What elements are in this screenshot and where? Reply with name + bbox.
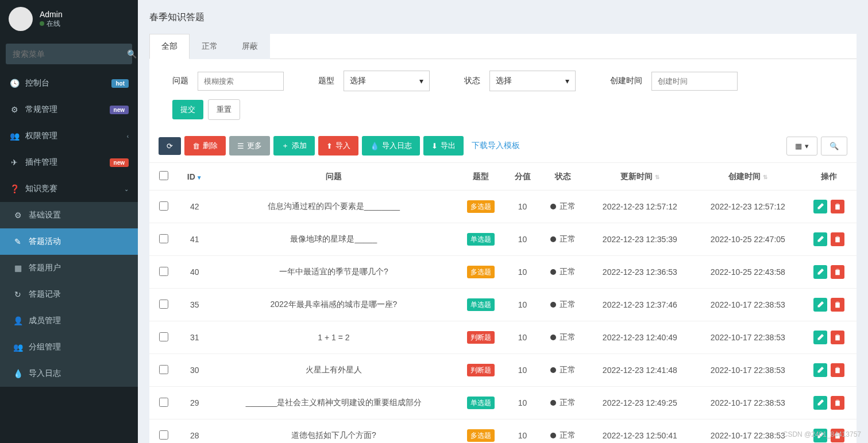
cell-id: 42 (178, 191, 211, 223)
columns-button[interactable]: ▦ ▾ (786, 137, 817, 156)
question-input[interactable] (198, 72, 284, 91)
avatar[interactable] (9, 7, 33, 31)
submit-button[interactable]: 提交 (172, 100, 203, 119)
row-checkbox[interactable] (159, 267, 168, 276)
row-checkbox[interactable] (159, 201, 168, 211)
nav-quiz-users[interactable]: ▦答题用户 (0, 255, 138, 281)
add-button[interactable]: ＋添加 (273, 136, 315, 156)
status-cell[interactable]: 正常 (550, 234, 576, 244)
delete-row-button[interactable] (831, 396, 844, 410)
caret-down-icon: ▾ (805, 142, 809, 150)
gears-icon: ⚙ (9, 105, 20, 114)
edit-button[interactable] (813, 232, 827, 246)
download-icon: ⬇ (431, 142, 438, 150)
nav-import-log[interactable]: 💧导入日志 (0, 360, 138, 387)
nav-plugin[interactable]: ✈插件管理new (0, 149, 138, 176)
edit-button[interactable] (813, 200, 827, 213)
cell-create: 2022-10-25 22:43:58 (694, 256, 802, 289)
status-cell[interactable]: 正常 (550, 430, 576, 441)
row-checkbox[interactable] (159, 430, 168, 440)
type-label: 题型 (318, 76, 334, 86)
delete-row-button[interactable] (831, 200, 844, 213)
nav-quiz[interactable]: ❓知识竞赛⌄ (0, 176, 138, 202)
tab-normal[interactable]: 正常 (190, 34, 230, 59)
sidebar: Admin 在线 🔍 🕓控制台hot ⚙常规管理new 👥权限管理‹ ✈插件管理… (0, 0, 138, 443)
edit-button[interactable] (813, 363, 827, 377)
type-tag: 单选题 (467, 397, 495, 409)
status-cell[interactable]: 正常 (550, 267, 576, 277)
filter-create-time: 创建时间 (610, 72, 738, 91)
more-button[interactable]: ☰更多 (229, 136, 270, 156)
download-template-link[interactable]: 下载导入模板 (467, 141, 524, 151)
import-log-button[interactable]: 💧导入日志 (362, 136, 420, 156)
cell-update: 2022-12-23 12:57:12 (586, 191, 694, 223)
online-dot-icon (40, 21, 44, 26)
export-button[interactable]: ⬇导出 (423, 136, 464, 156)
row-checkbox[interactable] (159, 300, 168, 309)
menu-search-input[interactable] (6, 44, 120, 64)
tab-all[interactable]: 全部 (149, 34, 190, 59)
col-id[interactable]: ID▼ (178, 163, 211, 191)
status-select[interactable]: 选择▾ (489, 71, 576, 91)
refresh-button[interactable]: ⟳ (159, 137, 181, 155)
cell-update: 2022-12-23 12:35:39 (586, 223, 694, 256)
reset-button[interactable]: 重置 (208, 99, 240, 120)
cell-score: 10 (506, 419, 540, 444)
col-score[interactable]: 分值 (506, 163, 540, 191)
tab-blocked[interactable]: 屏蔽 (230, 34, 270, 59)
user-icon: 👤 (13, 316, 23, 325)
status-cell[interactable]: 正常 (550, 365, 576, 375)
table-row: 30 火星上有外星人 判断题 10 正常 2022-12-23 12:41:48… (149, 354, 857, 387)
table-row: 35 2022年最具幸福感的城市是哪一座? 单选题 10 正常 2022-12-… (149, 289, 857, 321)
delete-row-button[interactable] (831, 363, 844, 377)
time-input[interactable] (651, 72, 738, 91)
cell-score: 10 (506, 191, 540, 223)
delete-row-button[interactable] (831, 298, 844, 312)
type-tag: 多选题 (467, 200, 495, 213)
status-cell[interactable]: 正常 (550, 201, 576, 212)
edit-button[interactable] (813, 331, 827, 344)
nav-permission[interactable]: 👥权限管理‹ (0, 123, 138, 149)
search-icon: 🔍 (830, 142, 839, 150)
nav-general[interactable]: ⚙常规管理new (0, 96, 138, 123)
trash-icon: 🗑 (192, 142, 200, 150)
search-toggle-button[interactable]: 🔍 (821, 137, 847, 156)
nav-activity[interactable]: ✎答题活动 (0, 228, 138, 255)
cell-question: 道德包括如下几个方面? (211, 419, 457, 444)
status-cell[interactable]: 正常 (550, 300, 576, 310)
refresh-icon: ⟳ (167, 142, 173, 150)
import-button[interactable]: ⬆导入 (318, 136, 358, 156)
edit-button[interactable] (813, 396, 827, 410)
col-create[interactable]: 创建时间⇅ (694, 163, 802, 191)
grid-icon: ▦ (795, 142, 802, 150)
col-question[interactable]: 问题 (211, 163, 457, 191)
plus-icon: ＋ (281, 141, 289, 151)
row-checkbox[interactable] (159, 234, 168, 243)
pen-icon: ✎ (13, 237, 23, 246)
delete-button[interactable]: 🗑删除 (184, 136, 226, 156)
status-cell[interactable]: 正常 (550, 332, 576, 343)
nav-records[interactable]: ↻答题记录 (0, 281, 138, 308)
edit-button[interactable] (813, 265, 827, 279)
select-all-checkbox[interactable] (159, 171, 168, 180)
nav-groups[interactable]: 👥分组管理 (0, 334, 138, 360)
table-row: 42 信息沟通过程的四个要素是________ 多选题 10 正常 2022-1… (149, 191, 857, 223)
edit-button[interactable] (813, 298, 827, 312)
col-update[interactable]: 更新时间⇅ (586, 163, 694, 191)
cell-create: 2022-10-17 22:38:53 (694, 321, 802, 354)
type-select[interactable]: 选择▾ (344, 71, 430, 91)
status-cell[interactable]: 正常 (550, 398, 576, 408)
delete-row-button[interactable] (831, 232, 844, 246)
row-checkbox[interactable] (159, 365, 168, 374)
delete-row-button[interactable] (831, 331, 844, 344)
nav-basic-settings[interactable]: ⚙基础设置 (0, 202, 138, 228)
nav-members[interactable]: 👤成员管理 (0, 308, 138, 334)
row-checkbox[interactable] (159, 332, 168, 341)
row-checkbox[interactable] (159, 398, 168, 407)
col-status[interactable]: 状态 (540, 163, 586, 191)
filter-type: 题型 选择▾ (318, 71, 430, 91)
col-type[interactable]: 题型 (456, 163, 505, 191)
delete-row-button[interactable] (831, 265, 844, 279)
nav-console[interactable]: 🕓控制台hot (0, 70, 138, 96)
menu-search[interactable]: 🔍 (6, 44, 132, 64)
